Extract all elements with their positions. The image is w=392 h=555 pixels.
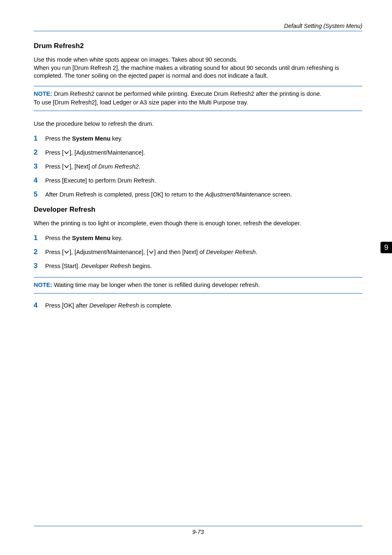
step-body: Press [], [Adjustment/Maintenance], [] a…: [45, 248, 362, 256]
page: Default Setting (System Menu) Drum Refre…: [0, 0, 392, 555]
step-body: After Drum Refresh is completed, press […: [45, 191, 362, 199]
steps-list-1: 1 Press the System Menu key. 2 Press [],…: [34, 134, 362, 199]
section-heading-developer-refresh: Developer Refresh: [34, 206, 362, 214]
note-text-line2: To use [Drum Refresh2], load Ledger or A…: [34, 99, 248, 106]
step-number: 2: [34, 148, 45, 157]
chevron-down-icon: [64, 151, 69, 155]
note-box-1: NOTE: Drum Refresh2 cannot be performed …: [34, 86, 362, 111]
chevron-down-icon: [64, 165, 69, 169]
intro-paragraph: Use this mode when white spots appear on…: [34, 56, 362, 80]
intro-paragraph-2: When the printing is too light or incomp…: [34, 220, 362, 228]
step-number: 5: [34, 190, 45, 199]
steps-list-2-cont: 4 Press [OK] after Developer Refresh is …: [34, 301, 362, 310]
step-number: 2: [34, 247, 45, 257]
step-number: 3: [34, 162, 45, 171]
step-2: 2 Press [], [Adjustment/Maintenance], []…: [34, 247, 362, 257]
step-body: Press [Execute] to perform Drum Refresh.: [45, 177, 362, 185]
step-body: Press [], [Next] of Drum Refresh2.: [45, 163, 362, 171]
step-3: 3 Press [Start]. Developer Refresh begin…: [34, 261, 362, 271]
procedure-text: Use the procedure below to refresh the d…: [34, 120, 362, 128]
step-number: 4: [34, 301, 45, 310]
chevron-down-icon: [149, 250, 154, 254]
note-label: NOTE:: [34, 282, 52, 288]
chevron-down-icon: [64, 250, 69, 254]
note-text-line1: Drum Refresh2 cannot be performed while …: [52, 90, 321, 97]
section-heading-drum-refresh2: Drum Refresh2: [34, 42, 362, 50]
step-body: Press [Start]. Developer Refresh begins.: [45, 262, 362, 270]
page-header: Default Setting (System Menu): [34, 23, 362, 31]
step-4: 4 Press [OK] after Developer Refresh is …: [34, 301, 362, 310]
step-5: 5 After Drum Refresh is completed, press…: [34, 190, 362, 199]
note-text: Waiting time may be longer when the tone…: [52, 282, 260, 288]
step-number: 4: [34, 176, 45, 185]
steps-list-2: 1 Press the System Menu key. 2 Press [],…: [34, 234, 362, 271]
step-body: Press the System Menu key.: [45, 135, 362, 143]
step-number: 1: [34, 234, 45, 243]
note-box-2: NOTE: Waiting time may be longer when th…: [34, 277, 362, 294]
step-1: 1 Press the System Menu key.: [34, 234, 362, 243]
step-number: 3: [34, 261, 45, 271]
step-3: 3 Press [], [Next] of Drum Refresh2.: [34, 162, 362, 171]
step-2: 2 Press [], [Adjustment/Maintenance].: [34, 148, 362, 157]
step-body: Press [OK] after Developer Refresh is co…: [45, 302, 362, 310]
page-footer: 9-73: [34, 526, 362, 535]
step-4: 4 Press [Execute] to perform Drum Refres…: [34, 176, 362, 185]
step-body: Press [], [Adjustment/Maintenance].: [45, 149, 362, 157]
step-body: Press the System Menu key.: [45, 234, 362, 242]
step-1: 1 Press the System Menu key.: [34, 134, 362, 143]
note-label: NOTE:: [34, 90, 52, 97]
chapter-tab: 9: [380, 242, 392, 253]
step-number: 1: [34, 134, 45, 143]
